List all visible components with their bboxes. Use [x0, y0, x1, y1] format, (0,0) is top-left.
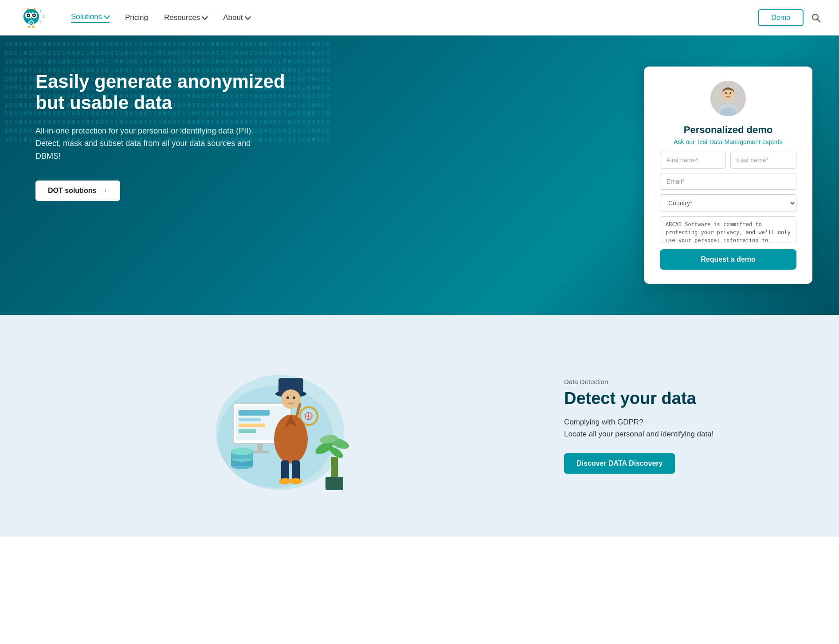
- svg-point-66: [290, 478, 302, 484]
- detection-title: Detect your data: [564, 389, 812, 408]
- svg-point-14: [31, 22, 32, 24]
- svg-rect-63: [281, 460, 289, 480]
- hero-title: Easily generate anonymized but usable da…: [35, 71, 302, 114]
- nav-right: Demo: [758, 9, 821, 26]
- svg-point-10: [27, 8, 29, 10]
- svg-point-65: [279, 478, 291, 484]
- search-button[interactable]: [811, 12, 821, 23]
- demo-card-subtitle: Ask our Test Data Management experts: [674, 138, 783, 145]
- svg-rect-37: [251, 451, 269, 453]
- demo-name-row: [660, 152, 796, 169]
- demo-card-title: Personalized demo: [684, 124, 773, 136]
- privacy-text[interactable]: ARCAD Software is committed to protectin…: [660, 216, 796, 243]
- nav-links: Solutions Pricing Resources About: [71, 12, 758, 23]
- svg-point-6: [33, 14, 35, 16]
- request-demo-button[interactable]: Request a demo: [660, 249, 796, 270]
- detection-description: Complying with GDPR? Locate all your per…: [564, 416, 812, 440]
- discover-data-discovery-button[interactable]: Discover DATA Discovery: [564, 453, 675, 474]
- logo[interactable]: 1 0 0: [18, 4, 53, 31]
- detection-illustration: [27, 350, 537, 501]
- solutions-chevron-icon: [104, 12, 110, 19]
- svg-point-11: [33, 8, 35, 10]
- detection-section: Data Detection Detect your data Complyin…: [0, 315, 839, 537]
- svg-rect-34: [239, 424, 265, 427]
- svg-point-20: [812, 14, 818, 20]
- about-chevron-icon: [245, 13, 251, 20]
- last-name-input[interactable]: [730, 152, 796, 169]
- navbar: 1 0 0 Solutions Pricing Resources About …: [0, 0, 839, 35]
- demo-button[interactable]: Demo: [758, 9, 804, 26]
- detection-tag: Data Detection: [564, 378, 812, 385]
- svg-line-21: [818, 19, 821, 22]
- svg-text:1: 1: [40, 9, 42, 13]
- svg-rect-36: [257, 444, 263, 452]
- svg-point-26: [725, 92, 727, 94]
- svg-rect-64: [292, 460, 300, 480]
- nav-about[interactable]: About: [223, 13, 250, 22]
- svg-rect-16: [32, 26, 35, 27]
- country-select[interactable]: Country* United States United Kingdom Fr…: [660, 194, 796, 212]
- nav-pricing[interactable]: Pricing: [125, 13, 148, 22]
- svg-text:0: 0: [40, 20, 42, 24]
- svg-rect-44: [325, 477, 343, 490]
- svg-text:0: 0: [43, 15, 44, 19]
- svg-point-53: [293, 397, 295, 399]
- search-icon: [811, 12, 821, 23]
- hero-content: Easily generate anonymized but usable da…: [0, 35, 839, 315]
- svg-point-51: [281, 389, 301, 409]
- logo-icon: 1 0 0: [18, 4, 53, 31]
- svg-point-5: [27, 14, 29, 16]
- hero-cta-button[interactable]: DOT solutions →: [35, 181, 120, 201]
- nav-resources[interactable]: Resources: [164, 13, 207, 22]
- detection-content: Data Detection Detect your data Complyin…: [564, 378, 812, 474]
- hero-text-block: Easily generate anonymized but usable da…: [35, 62, 302, 201]
- email-input[interactable]: [660, 173, 796, 190]
- svg-point-42: [231, 448, 253, 455]
- first-name-input[interactable]: [660, 152, 726, 169]
- demo-form: Country* United States United Kingdom Fr…: [660, 152, 796, 270]
- svg-rect-32: [239, 410, 270, 416]
- svg-point-52: [286, 397, 289, 399]
- avatar-image: [710, 81, 746, 116]
- svg-rect-35: [239, 429, 256, 433]
- resources-chevron-icon: [202, 13, 208, 20]
- svg-rect-15: [27, 26, 30, 27]
- nav-solutions[interactable]: Solutions: [71, 12, 109, 23]
- expert-avatar: [710, 81, 746, 116]
- svg-rect-33: [239, 418, 261, 421]
- detection-svg: [202, 350, 362, 501]
- hero-section: 1001001100100110010011001001100100110010…: [0, 35, 839, 315]
- svg-rect-43: [331, 457, 338, 479]
- hero-subtitle: All-in-one protection for your personal …: [35, 125, 266, 163]
- svg-point-27: [729, 92, 731, 94]
- demo-card: Personalized demo Ask our Test Data Mana…: [644, 67, 812, 284]
